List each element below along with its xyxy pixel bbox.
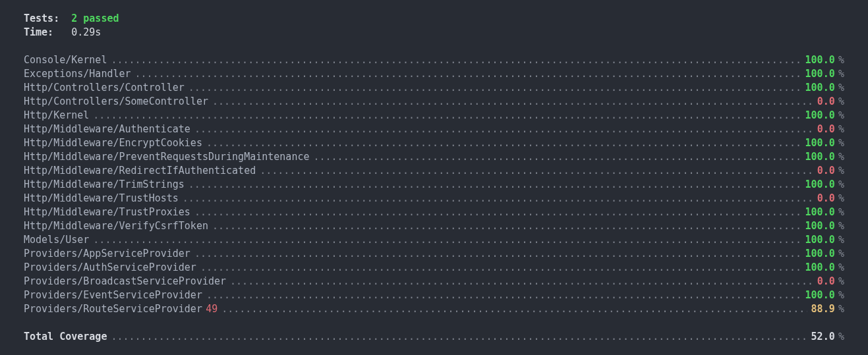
coverage-row-name: Http/Middleware/TrustHosts: [24, 192, 179, 205]
coverage-row: Http/Controllers/Controller.............…: [24, 81, 844, 95]
percent-symbol: %: [838, 205, 844, 219]
coverage-row: Http/Middleware/EncryptCookies..........…: [24, 136, 844, 150]
time-value: 0.29s: [71, 26, 101, 38]
coverage-row-value: 0.0: [817, 275, 835, 288]
dot-leader: ........................................…: [230, 275, 813, 288]
dot-leader: ........................................…: [93, 233, 801, 247]
coverage-row: Http/Middleware/TrimStrings.............…: [24, 178, 844, 192]
coverage-row: Http/Middleware/RedirectIfAuthenticated.…: [24, 164, 844, 178]
coverage-row-value: 100.0: [805, 178, 835, 192]
dot-leader: ........................................…: [93, 109, 801, 123]
dot-leader: ........................................…: [183, 192, 813, 205]
time-label: Time:: [24, 26, 53, 38]
coverage-row-name: Providers/BroadcastServiceProvider: [24, 275, 226, 288]
coverage-row-value: 100.0: [805, 53, 835, 67]
blank-line: [24, 316, 844, 330]
coverage-row: Http/Middleware/TrustHosts..............…: [24, 192, 844, 205]
coverage-row-name: Providers/AuthServiceProvider: [24, 261, 196, 275]
percent-symbol: %: [838, 95, 844, 109]
total-value: 52.0: [811, 330, 835, 344]
dot-leader: ........................................…: [111, 330, 807, 344]
dot-leader: ........................................…: [188, 178, 801, 192]
coverage-row: Http/Middleware/PreventRequestsDuringMai…: [24, 150, 844, 164]
percent-symbol: %: [838, 261, 844, 275]
percent-symbol: %: [838, 164, 844, 178]
coverage-row-value: 100.0: [805, 136, 835, 150]
dot-leader: ........................................…: [212, 95, 813, 109]
coverage-row-name: Providers/EventServiceProvider: [24, 288, 202, 302]
coverage-row: Providers/RouteServiceProvider49........…: [24, 302, 844, 316]
coverage-row-value: 100.0: [805, 288, 835, 302]
coverage-row-name: Http/Middleware/VerifyCsrfToken: [24, 219, 208, 233]
coverage-row: Exceptions/Handler......................…: [24, 67, 844, 81]
dot-leader: ........................................…: [221, 302, 807, 316]
percent-symbol: %: [838, 109, 844, 123]
dot-leader: ........................................…: [194, 123, 813, 136]
percent-symbol: %: [838, 247, 844, 261]
dot-leader: ........................................…: [135, 67, 801, 81]
coverage-row: Http/Controllers/SomeController.........…: [24, 95, 844, 109]
coverage-row-value: 0.0: [817, 192, 835, 205]
coverage-row-value: 0.0: [817, 164, 835, 178]
coverage-row-value: 100.0: [805, 247, 835, 261]
percent-symbol: %: [838, 275, 844, 288]
coverage-row-value: 100.0: [805, 261, 835, 275]
coverage-row-value: 0.0: [817, 123, 835, 136]
percent-symbol: %: [838, 330, 844, 344]
coverage-row: Http/Kernel.............................…: [24, 109, 844, 123]
tests-summary-line: Tests: 2 passed: [24, 12, 844, 26]
percent-symbol: %: [838, 233, 844, 247]
percent-symbol: %: [838, 53, 844, 67]
percent-symbol: %: [838, 192, 844, 205]
time-summary-line: Time: 0.29s: [24, 26, 844, 40]
coverage-row-line-number: 49: [206, 302, 217, 316]
percent-symbol: %: [838, 288, 844, 302]
coverage-row-value: 100.0: [805, 233, 835, 247]
coverage-row-name: Models/User: [24, 233, 89, 247]
coverage-row-name: Http/Middleware/TrustProxies: [24, 205, 190, 219]
tests-value: 2 passed: [71, 13, 119, 24]
percent-symbol: %: [838, 123, 844, 136]
coverage-row-name: Providers/RouteServiceProvider: [24, 302, 202, 316]
dot-leader: ........................................…: [194, 205, 801, 219]
total-coverage-row: Total Coverage .........................…: [24, 330, 844, 344]
coverage-row-name: Console/Kernel: [24, 53, 107, 67]
percent-symbol: %: [838, 178, 844, 192]
coverage-row: Http/Middleware/VerifyCsrfToken.........…: [24, 219, 844, 233]
coverage-row-name: Http/Middleware/Authenticate: [24, 123, 190, 136]
coverage-row: Providers/EventServiceProvider..........…: [24, 288, 844, 302]
coverage-row: Models/User.............................…: [24, 233, 844, 247]
coverage-row-value: 100.0: [805, 205, 835, 219]
tests-label: Tests:: [24, 13, 59, 24]
coverage-row-name: Http/Controllers/SomeController: [24, 95, 208, 109]
coverage-row-value: 100.0: [805, 219, 835, 233]
dot-leader: ........................................…: [212, 219, 801, 233]
dot-leader: ........................................…: [194, 247, 801, 261]
coverage-row: Providers/BroadcastServiceProvider......…: [24, 275, 844, 288]
coverage-row-value: 88.9: [811, 302, 835, 316]
coverage-row: Http/Middleware/Authenticate............…: [24, 123, 844, 136]
blank-line: [24, 40, 844, 53]
percent-symbol: %: [838, 302, 844, 316]
percent-symbol: %: [838, 81, 844, 95]
coverage-row: Providers/AuthServiceProvider...........…: [24, 261, 844, 275]
coverage-row-name: Exceptions/Handler: [24, 67, 131, 81]
coverage-list: Console/Kernel..........................…: [24, 53, 844, 316]
dot-leader: ........................................…: [260, 164, 813, 178]
dot-leader: ........................................…: [206, 136, 801, 150]
coverage-row-name: Http/Middleware/RedirectIfAuthenticated: [24, 164, 256, 178]
percent-symbol: %: [838, 150, 844, 164]
coverage-row-name: Providers/AppServiceProvider: [24, 247, 190, 261]
coverage-row: Providers/AppServiceProvider............…: [24, 247, 844, 261]
coverage-row-value: 0.0: [817, 95, 835, 109]
coverage-row-name: Http/Middleware/TrimStrings: [24, 178, 185, 192]
coverage-row-name: Http/Middleware/PreventRequestsDuringMai…: [24, 150, 309, 164]
percent-symbol: %: [838, 136, 844, 150]
total-label: Total Coverage: [24, 330, 107, 344]
dot-leader: ........................................…: [111, 53, 801, 67]
percent-symbol: %: [838, 67, 844, 81]
dot-leader: ........................................…: [188, 81, 801, 95]
coverage-row: Console/Kernel..........................…: [24, 53, 844, 67]
coverage-row-value: 100.0: [805, 67, 835, 81]
coverage-row-value: 100.0: [805, 150, 835, 164]
